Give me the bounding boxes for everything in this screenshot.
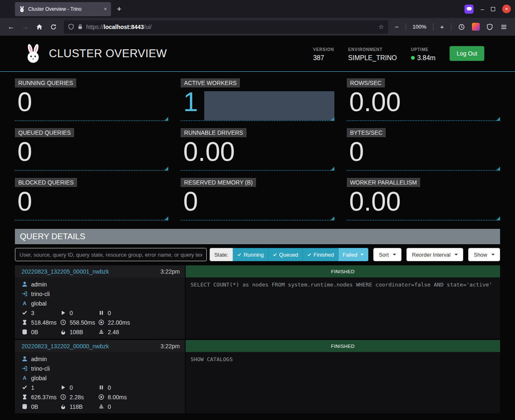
queued-splits: 0 [108, 310, 111, 316]
sparkline-marker-icon [331, 167, 334, 170]
trino-app: CLUSTER OVERVIEW VERSION 387 ENVIRONMENT… [0, 36, 515, 420]
back-button[interactable]: ← [5, 21, 17, 33]
tracking-shield-icon[interactable] [68, 24, 74, 30]
stat-label: RESERVED MEMORY (B) [181, 178, 256, 187]
query-id-link[interactable]: 20220823_132202_00000_nwbzk [22, 343, 109, 350]
window-controls: – × [464, 0, 511, 18]
extension-badge-icon[interactable] [464, 5, 474, 14]
source-icon [22, 291, 28, 297]
browser-nav-bar: ← → https://localhost:8443/ui/ ☆ − 100% … [0, 18, 515, 36]
query-header-left: 20220823_132205_00001_nwbzk 3:22pm [15, 265, 185, 277]
header-meta: VERSION 387 ENVIRONMENT SIMPLE_TRINO UPT… [313, 46, 435, 62]
filter-queued-button[interactable]: Queued [268, 248, 303, 261]
menu-icon[interactable] [498, 21, 510, 33]
url-bar[interactable]: https://localhost:8443/ui/ ☆ [64, 20, 388, 34]
peak-memory-icon [60, 329, 66, 335]
browser-tab-bar: Cluster Overview - Trino × + – × [0, 0, 515, 18]
stat-value: 0 [349, 137, 364, 166]
sparkline [15, 220, 168, 221]
stat-value: 0.00 [183, 137, 235, 166]
version-value: 387 [313, 54, 334, 62]
cpu-time-icon [98, 319, 104, 325]
status-badge: FINISHED [186, 340, 500, 352]
sparkline [347, 120, 500, 121]
query-id-link[interactable]: 20220823_132205_00001_nwbzk [22, 268, 109, 275]
zoom-in-button[interactable]: + [438, 23, 447, 30]
cpu-time: 22.00ms [108, 319, 130, 326]
reload-button[interactable] [47, 21, 60, 33]
window-close-button[interactable]: × [502, 5, 511, 13]
stat-label: BLOCKED QUERIES [15, 178, 77, 187]
trino-logo-icon [24, 44, 42, 63]
current-memory-icon [22, 329, 28, 335]
window-minimize-button[interactable]: – [481, 6, 484, 12]
sparkline-marker-icon [164, 117, 168, 121]
user-icon [22, 356, 28, 362]
query-user: admin [31, 281, 47, 288]
peak-memory: 118B [70, 403, 83, 410]
query-body: admin trino-cli global 1 0 0 626.37ms 2.… [15, 352, 500, 413]
cumulative-memory-icon [98, 329, 104, 335]
new-tab-button[interactable]: + [117, 5, 121, 14]
query-header-left: 20220823_132202_00000_nwbzk 3:22pm [15, 340, 185, 352]
user-icon [22, 281, 28, 287]
filter-failed-dropdown[interactable]: Failed [338, 248, 368, 261]
sparkline-marker-icon [164, 216, 168, 220]
stat-card-active-workers: ACTIVE WORKERS 1 [181, 78, 334, 123]
page-title: CLUSTER OVERVIEW [49, 47, 167, 60]
query-source: trino-cli [31, 291, 50, 297]
query-source: trino-cli [31, 365, 50, 372]
sort-dropdown[interactable]: Sort [373, 248, 401, 261]
history-clock-icon[interactable] [455, 21, 468, 33]
search-input[interactable] [15, 248, 207, 261]
sparkline [347, 170, 500, 171]
query-resource-group: global [31, 375, 46, 381]
query-header: 20220823_132205_00001_nwbzk 3:22pm FINIS… [15, 265, 500, 277]
sparkline [181, 220, 334, 221]
stat-value: 1 [183, 87, 198, 117]
environment-value: SIMPLE_TRINO [348, 54, 397, 62]
logout-button[interactable]: Log Out [450, 46, 484, 61]
queued-splits: 0 [108, 384, 111, 391]
reorder-interval-dropdown[interactable]: Reorder Interval [406, 248, 463, 261]
zoom-level[interactable]: 100% [413, 24, 426, 30]
sparkline [15, 120, 168, 121]
lock-icon[interactable] [77, 24, 83, 30]
stat-value: 0.00 [349, 87, 401, 117]
running-splits: 0 [70, 384, 73, 391]
protections-shield-icon[interactable] [484, 21, 496, 33]
sparkline [15, 170, 168, 171]
app-header: CLUSTER OVERVIEW VERSION 387 ENVIRONMENT… [0, 36, 515, 72]
tab-close-icon[interactable]: × [104, 6, 107, 12]
stat-card-blocked-queries: BLOCKED QUERIES 0 [15, 178, 168, 222]
extension-icon[interactable] [469, 21, 482, 33]
stat-card-bytes-sec: BYTES/SEC 0 [347, 128, 500, 172]
forward-button[interactable]: → [19, 21, 31, 33]
stat-label: BYTES/SEC [347, 128, 386, 137]
current-memory: 0B [31, 403, 38, 410]
stat-label: ACTIVE WORKERS [181, 78, 240, 87]
stat-value: 0 [17, 137, 32, 166]
url-text: https://localhost:8443/ui/ [86, 24, 375, 30]
window-maximize-button[interactable] [491, 7, 495, 11]
bookmark-star-icon[interactable]: ☆ [378, 23, 384, 31]
query-sql-text: SHOW CATALOGS [186, 352, 500, 413]
filter-finished-button[interactable]: Finished [303, 248, 338, 261]
zoom-out-button[interactable]: − [392, 23, 401, 30]
wall-time: 626.37ms [31, 394, 56, 401]
query-sql-text: SELECT COUNT(*) as nodes FROM system.run… [186, 277, 500, 339]
sparkline-marker-icon [164, 167, 168, 170]
filter-running-button[interactable]: Running [233, 248, 268, 261]
check-icon [237, 252, 242, 257]
query-row: 20220823_132202_00000_nwbzk 3:22pm FINIS… [15, 340, 500, 413]
query-info-panel: admin trino-cli global 3 0 0 518.48ms 55… [15, 277, 185, 339]
home-button[interactable] [33, 21, 46, 33]
queued-splits-icon [98, 310, 104, 316]
cumulative-memory: 0 [108, 403, 111, 410]
cumulative-memory: 2.48 [108, 329, 119, 335]
sparkline-marker-icon [331, 216, 334, 220]
browser-tab[interactable]: Cluster Overview - Trino × [15, 2, 111, 16]
show-dropdown[interactable]: Show [468, 248, 500, 261]
query-time: 3:22pm [160, 268, 180, 275]
stat-label: QUEUED QUERIES [15, 128, 74, 137]
